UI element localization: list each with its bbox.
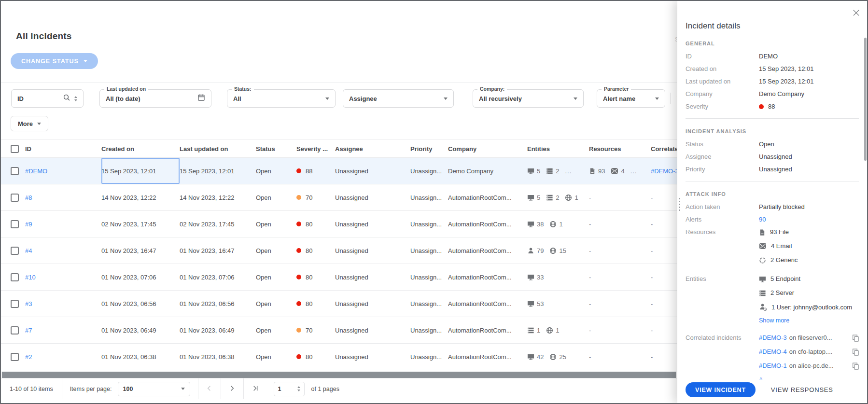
incident-id-cell: #10 <box>25 274 101 281</box>
incident-id-link[interactable]: #DEMO <box>25 167 47 175</box>
entities-group: 33 <box>527 274 544 281</box>
row-checkbox[interactable] <box>11 300 19 308</box>
detail-value-wrap: Unassigned <box>759 153 859 161</box>
incident-id-link[interactable]: #4 <box>25 247 32 254</box>
severity-cell: 70 <box>296 194 335 201</box>
more-filters-button[interactable]: More <box>11 116 48 131</box>
row-checkbox-cell <box>11 167 25 175</box>
entities-count: 1 <box>537 327 540 334</box>
detail-label: Entities <box>686 275 759 329</box>
entities-cell: 11 <box>527 327 589 334</box>
generic-icon <box>759 257 766 264</box>
company-cell: AutomationRootCom... <box>448 274 527 281</box>
row-checkbox[interactable] <box>11 273 19 281</box>
status-filter[interactable]: Status: All <box>227 89 336 108</box>
view-incident-button[interactable]: VIEW INCIDENT <box>686 382 756 397</box>
filter-label: Last updated on <box>104 86 148 92</box>
detail-value-wrap: 93 File4 Email2 Generic <box>759 228 859 270</box>
detail-value-wrap: 15 Sep 2023, 12:01 <box>759 65 859 73</box>
search-icon[interactable] <box>63 94 70 103</box>
items-summary: 1-10 of 10 items <box>1 386 62 392</box>
chevron-left-icon <box>206 385 213 393</box>
row-checkbox-cell <box>11 220 25 228</box>
last-page-button[interactable] <box>243 378 266 399</box>
panel-resize-handle[interactable] <box>679 198 680 212</box>
company-cell: AutomationRootCom... <box>448 353 527 361</box>
close-icon[interactable] <box>853 9 860 18</box>
column-header-company[interactable]: Company <box>448 145 527 153</box>
incident-id-link[interactable]: #9 <box>25 221 32 228</box>
copy-icon[interactable] <box>852 348 859 356</box>
incident-id-link[interactable]: #7 <box>25 327 32 334</box>
detail-row: CompanyDemo Company <box>686 90 859 98</box>
scrollbar-thumb[interactable] <box>2 372 676 378</box>
last-updated-filter[interactable]: Last updated on All (to date) <box>99 89 211 108</box>
panel-scrollbar[interactable] <box>864 38 867 161</box>
detail-row: Resources93 File4 Email2 Generic <box>686 228 859 270</box>
view-responses-button[interactable]: VIEW RESPONSES <box>771 386 833 393</box>
correlated-incident-link[interactable]: #DEMO-4 <box>759 348 787 356</box>
row-checkbox[interactable] <box>11 194 19 202</box>
icon-list-text: 5 Endpoint <box>770 275 800 283</box>
entities-cell: 7915 <box>527 247 589 254</box>
row-checkbox[interactable] <box>11 326 19 334</box>
select-all-checkbox[interactable] <box>11 145 19 153</box>
section-heading: GENERAL <box>686 41 859 46</box>
incident-id-cell: #4 <box>25 247 101 254</box>
prev-page-button[interactable] <box>198 378 221 399</box>
column-header-entities[interactable]: Entities <box>527 145 589 153</box>
detail-label: Action taken <box>686 203 759 211</box>
column-header-assignee[interactable]: Assignee <box>335 145 410 153</box>
assignee-filter[interactable]: Assignee <box>343 89 454 108</box>
severity-value: 70 <box>306 194 312 201</box>
items-per-page-select[interactable]: 100 <box>118 382 190 396</box>
column-header-status[interactable]: Status <box>256 145 296 153</box>
incident-id-cell: #2 <box>25 353 101 361</box>
spinner-arrows-icon[interactable] <box>74 96 77 101</box>
company-filter[interactable]: Company: All recursively <box>473 89 584 108</box>
column-header-updated[interactable]: Last updated on <box>180 145 256 153</box>
column-header-resources[interactable]: Resources <box>589 145 651 153</box>
row-checkbox[interactable] <box>11 220 19 228</box>
correlated-incident-link[interactable]: #DEMO-1 <box>759 362 787 370</box>
created-cell: 01 Nov 2023, 06:38 <box>101 353 180 361</box>
incident-id-link[interactable]: #10 <box>25 274 36 281</box>
column-header-severity[interactable]: Severity ... <box>296 145 335 153</box>
severity-value: 88 <box>306 167 312 175</box>
page-number-input[interactable] <box>278 386 293 392</box>
created-cell: 01 Nov 2023, 06:49 <box>101 327 180 334</box>
empty-value: - <box>651 327 653 334</box>
column-header-priority[interactable]: Priority <box>410 145 448 153</box>
incident-id-link[interactable]: #2 <box>25 353 32 361</box>
id-search-field[interactable] <box>11 89 84 108</box>
detail-row: Created on15 Sep 2023, 12:01 <box>686 65 859 73</box>
id-search-input[interactable] <box>17 95 58 102</box>
chevron-down-icon <box>574 98 577 100</box>
page-number-field[interactable] <box>274 382 305 396</box>
column-header-created[interactable]: Created on <box>101 145 180 153</box>
entities-count: 5 <box>537 167 540 175</box>
copy-icon[interactable] <box>852 362 859 370</box>
horizontal-scrollbar[interactable] <box>1 372 679 378</box>
parameter-filter[interactable]: Parameter Alert name <box>597 89 665 108</box>
spinner-arrows-icon[interactable] <box>297 386 300 391</box>
correlated-incident-link[interactable]: #DEMO-3, <box>651 167 680 175</box>
row-checkbox[interactable] <box>11 167 19 175</box>
empty-value: - <box>589 247 591 254</box>
incident-id-link[interactable]: #3 <box>25 300 32 307</box>
copy-icon[interactable] <box>852 334 859 342</box>
resources-cell: - <box>589 300 651 307</box>
column-header-id[interactable]: ID <box>25 145 101 153</box>
row-checkbox[interactable] <box>11 353 19 361</box>
calendar-icon[interactable] <box>197 94 205 103</box>
change-status-button[interactable]: CHANGE STATUS <box>11 53 98 69</box>
next-page-button[interactable] <box>221 378 243 399</box>
row-checkbox[interactable] <box>11 247 19 255</box>
correlated-incident-link[interactable]: #DEMO-3 <box>759 334 787 342</box>
detail-link[interactable]: 90 <box>759 216 766 223</box>
severity-dot <box>296 354 301 359</box>
priority-cell: Unassign... <box>410 247 448 254</box>
show-more-link[interactable]: Show more <box>759 317 859 324</box>
detail-value-wrap: 5 Endpoint2 Server?1 User: johnny@outloo… <box>759 275 859 329</box>
incident-id-link[interactable]: #8 <box>25 194 32 201</box>
